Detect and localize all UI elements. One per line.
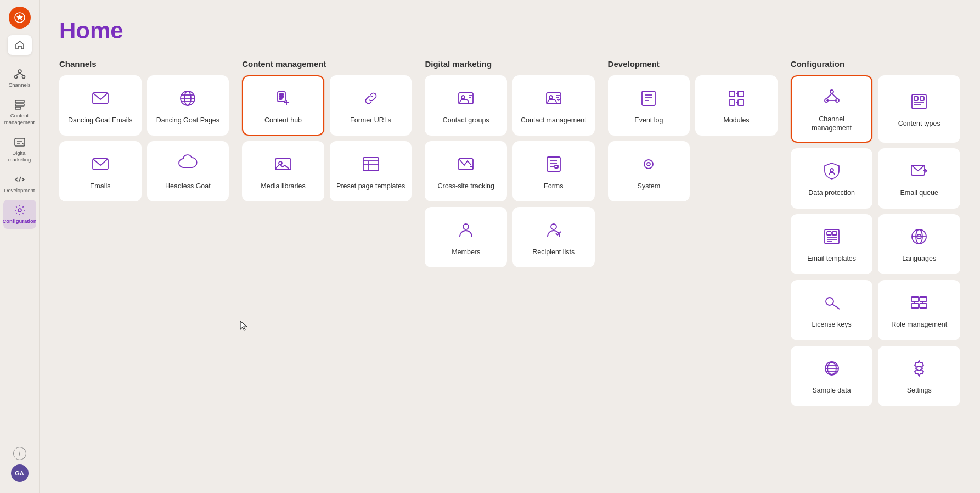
card-recipient-lists-label: Recipient lists (532, 248, 575, 256)
svg-line-10 (19, 177, 21, 182)
card-system[interactable]: System (608, 141, 690, 201)
card-sample-data-label: Sample data (813, 386, 851, 395)
home-button[interactable] (8, 35, 32, 55)
media-icon (273, 154, 293, 176)
card-role-management[interactable]: Role management (878, 280, 960, 340)
svg-rect-49 (729, 91, 735, 97)
card-license-keys[interactable]: License keys (791, 280, 873, 340)
channels-cards: Dancing Goat Emails Dancing Goat Pages (59, 75, 229, 201)
preset-icon (361, 154, 381, 176)
card-recipient-lists[interactable]: Recipient lists (512, 207, 595, 267)
svg-point-1 (18, 70, 21, 73)
sidebar-item-digital-label: Digital marketing (5, 150, 34, 163)
tracking-icon (456, 154, 476, 176)
card-email-templates[interactable]: Email templates (791, 214, 873, 274)
settings-icon (909, 358, 929, 380)
card-channel-management-label: Channel management (798, 115, 865, 133)
svg-line-60 (826, 93, 832, 99)
card-languages[interactable]: Languages (878, 214, 960, 274)
dev-cards: Event log Modules (608, 75, 778, 201)
svg-rect-85 (920, 297, 927, 301)
content-hub-icon (273, 88, 293, 110)
event-log-icon (639, 88, 658, 110)
sidebar-item-development[interactable]: Development (3, 169, 36, 198)
sidebar-bottom: i GA (11, 447, 29, 486)
link-icon (361, 88, 381, 110)
sidebar-item-content-label: Content management (4, 113, 35, 125)
svg-rect-6 (15, 100, 24, 103)
card-channel-management[interactable]: Channel management (791, 75, 873, 143)
sidebar-item-dev-label: Development (4, 187, 35, 193)
card-headless-goat[interactable]: Headless Goat (147, 141, 229, 201)
card-dancing-goat-pages[interactable]: Dancing Goat Pages (147, 75, 229, 136)
card-preset-page-templates[interactable]: Preset page templates (330, 141, 412, 201)
dm-cards: Contact groups Contact management (425, 75, 594, 267)
user-avatar[interactable]: GA (11, 464, 29, 482)
svg-rect-29 (459, 93, 473, 104)
card-settings-label: Settings (907, 386, 932, 395)
svg-rect-52 (738, 100, 744, 105)
sidebar-item-channels[interactable]: Channels (3, 64, 36, 92)
info-icon[interactable]: i (13, 447, 26, 460)
card-cross-site-tracking-label: Cross-site tracking (437, 182, 494, 191)
card-contact-management-label: Contact management (521, 116, 587, 125)
card-contact-groups[interactable]: Contact groups (425, 75, 507, 136)
content-types-icon (909, 92, 929, 114)
section-channels-title: Channels (59, 59, 229, 69)
card-dancing-goat-emails[interactable]: Dancing Goat Emails (59, 75, 142, 136)
role-mgmt-icon (909, 293, 929, 315)
card-settings[interactable]: Settings (878, 346, 960, 406)
card-members[interactable]: Members (425, 207, 507, 267)
card-emails[interactable]: Emails (59, 141, 142, 201)
svg-rect-83 (911, 297, 919, 301)
card-modules-label: Modules (723, 116, 749, 125)
svg-point-56 (647, 163, 650, 166)
card-system-label: System (638, 182, 661, 191)
sidebar-item-content-management[interactable]: Content management (3, 94, 36, 130)
main-content: Home Channels Dancing Goat Emails (40, 0, 980, 493)
section-development: Development Event log (608, 59, 778, 201)
section-dev-title: Development (608, 59, 778, 69)
svg-point-3 (22, 76, 25, 79)
sidebar-item-configuration[interactable]: Configuration (3, 200, 36, 228)
section-configuration: Configuration Channel management (791, 59, 960, 406)
members-icon (456, 220, 476, 242)
section-cm-title: Content management (242, 59, 412, 69)
svg-line-5 (20, 73, 24, 76)
card-members-label: Members (452, 248, 480, 256)
card-cross-site-tracking[interactable]: Cross-site tracking (425, 141, 507, 201)
sidebar-item-digital-marketing[interactable]: Digital marketing (3, 132, 36, 167)
card-role-management-label: Role management (891, 320, 947, 329)
card-former-urls[interactable]: Former URLs (330, 75, 412, 136)
svg-point-80 (826, 298, 833, 305)
card-content-types[interactable]: Content types (878, 75, 960, 143)
section-dm-title: Digital marketing (425, 59, 594, 69)
card-data-protection[interactable]: Data protection (791, 148, 873, 209)
card-languages-label: Languages (902, 254, 936, 263)
card-content-hub[interactable]: Content hub (242, 75, 324, 136)
card-headless-goat-label: Headless Goat (165, 182, 211, 191)
svg-rect-45 (642, 91, 655, 105)
email-queue-icon (909, 161, 929, 183)
card-email-queue-label: Email queue (900, 188, 938, 197)
sample-data-icon (822, 358, 842, 380)
system-icon (639, 154, 658, 176)
svg-rect-33 (547, 93, 561, 104)
card-content-types-label: Content types (898, 119, 940, 128)
card-media-libraries[interactable]: Media libraries (242, 141, 324, 201)
svg-point-93 (917, 366, 921, 371)
svg-rect-73 (832, 232, 837, 235)
svg-point-30 (461, 96, 465, 99)
svg-rect-50 (738, 91, 744, 97)
svg-point-57 (830, 90, 833, 93)
card-modules[interactable]: Modules (695, 75, 778, 136)
card-event-log-label: Event log (634, 116, 663, 125)
card-event-log[interactable]: Event log (608, 75, 690, 136)
card-contact-management[interactable]: Contact management (512, 75, 595, 136)
card-email-queue[interactable]: Email queue (878, 148, 960, 209)
app-logo[interactable] (9, 7, 31, 29)
card-sample-data[interactable]: Sample data (791, 346, 873, 406)
card-forms[interactable]: Forms (512, 141, 595, 201)
sidebar-nav: Channels Content management Digital mark… (3, 64, 36, 447)
svg-rect-9 (15, 138, 25, 146)
